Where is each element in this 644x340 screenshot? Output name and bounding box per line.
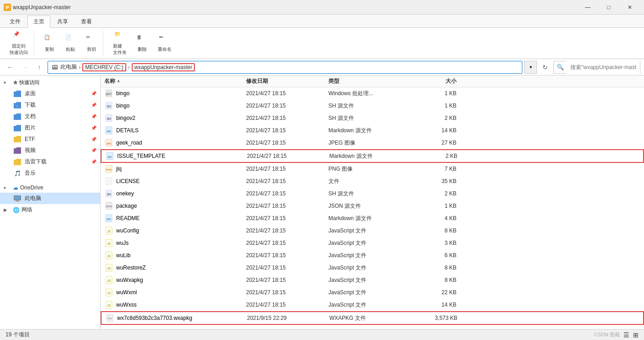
quick-access-header[interactable]: ▾ ★ 快速访问 — [0, 77, 100, 88]
file-type: SH 源文件 — [328, 102, 411, 110]
new-folder-button[interactable]: 📁 新建文件夹 — [109, 29, 131, 58]
column-date[interactable]: 修改日期 — [246, 77, 328, 85]
onedrive-header[interactable]: ▾ ☁ OneDrive — [0, 183, 100, 193]
view-grid-icon[interactable]: ⊞ — [633, 331, 639, 339]
table-row[interactable]: LICENSE2021/4/27 18:15文件35 KB — [101, 175, 644, 188]
table-row[interactable]: PKGwx7c8d593b2c3a7703.wxapkg2021/9/15 22… — [101, 311, 644, 325]
file-size: 2 KB — [411, 190, 456, 197]
thunder-folder-icon — [13, 158, 22, 166]
table-row[interactable]: MDDETAILS2021/4/27 18:15Markdown 源文件14 K… — [101, 124, 644, 137]
paste-button[interactable]: 📄 粘贴 — [61, 32, 80, 55]
file-size: 8 KB — [411, 227, 456, 234]
file-date: 2021/4/27 18:15 — [246, 227, 328, 234]
svg-rect-9 — [15, 196, 20, 200]
file-type: JavaScript 文件 — [328, 239, 411, 247]
pin-to-quick-access-button[interactable]: 📌 固定到快速访问 — [5, 29, 32, 58]
pin-icon: 📌 — [91, 114, 97, 119]
tab-file[interactable]: 文件 — [4, 16, 27, 27]
file-name: wuLib — [116, 252, 130, 259]
file-date: 2021/4/27 18:15 — [246, 103, 328, 109]
table-row[interactable]: MDREADME2021/4/27 18:15Markdown 源文件4 KB — [101, 212, 644, 225]
tab-view[interactable]: 查看 — [75, 16, 98, 27]
sidebar-item-documents[interactable]: 文档 📌 — [0, 111, 100, 122]
path-sep-2: › — [128, 64, 130, 70]
table-row[interactable]: SHonekey2021/4/27 18:15SH 源文件2 KB — [101, 188, 644, 200]
sidebar-item-etf[interactable]: ETF 📌 — [0, 134, 100, 145]
view-list-icon[interactable]: ☰ — [623, 331, 629, 339]
file-size: 14 KB — [411, 127, 456, 134]
table-row[interactable]: PNGjlq2021/4/27 18:15PNG 图像7 KB — [101, 163, 644, 175]
sidebar-item-music[interactable]: 🎵 音乐 — [0, 167, 100, 179]
videos-folder-icon — [13, 147, 22, 154]
table-row[interactable]: MDISSUE_TEMPLATE2021/4/27 18:15Markdown … — [101, 149, 644, 163]
table-row[interactable]: JPGgeek_road2021/4/27 18:15JPEG 图像27 KB — [101, 137, 644, 149]
table-row[interactable]: JSwuWxss2021/4/27 18:15JavaScript 文件14 K… — [101, 299, 644, 311]
file-name: bingo — [116, 90, 129, 97]
file-name-cell: JSwuRestoreZ — [104, 263, 246, 272]
table-row[interactable]: JSwuWxapkg2021/4/27 18:15JavaScript 文件8 … — [101, 274, 644, 286]
up-button[interactable]: ↑ — [33, 61, 46, 74]
sidebar-item-this-pc[interactable]: 此电脑 — [0, 193, 100, 204]
refresh-button[interactable]: ↻ — [539, 61, 552, 74]
file-size: 1 KB — [411, 103, 456, 109]
file-type: 文件 — [328, 178, 411, 185]
file-size: 1 KB — [411, 90, 456, 97]
search-input[interactable] — [567, 61, 640, 74]
sidebar-item-desktop[interactable]: 桌面 📌 — [0, 88, 100, 99]
file-icon: JS — [104, 238, 113, 248]
delete-button[interactable]: 🗑 删除 — [133, 32, 152, 55]
file-date: 2021/4/27 18:15 — [247, 153, 329, 159]
copy-button[interactable]: 📋 复制 — [40, 32, 59, 55]
copy-icon: 📋 — [44, 34, 55, 45]
forward-button[interactable]: → — [18, 61, 31, 74]
table-row[interactable]: SHbingo2021/4/27 18:15SH 源文件1 KB — [101, 100, 644, 112]
column-size[interactable]: 大小 — [411, 77, 456, 85]
file-name: wuRestoreZ — [116, 264, 146, 271]
table-row[interactable]: JSwuJs2021/4/27 18:15JavaScript 文件3 KB — [101, 237, 644, 249]
file-icon: JSON — [104, 201, 113, 210]
search-container: 🔍 — [553, 61, 640, 74]
table-row[interactable]: JSwuRestoreZ2021/4/27 18:15JavaScript 文件… — [101, 262, 644, 274]
close-button[interactable]: ✕ — [619, 0, 640, 15]
cut-button[interactable]: ✂ 剪切 — [82, 32, 101, 55]
pin-icon: 📌 — [91, 91, 97, 96]
tab-share[interactable]: 共享 — [51, 16, 74, 27]
maximize-button[interactable]: □ — [598, 0, 619, 15]
column-name[interactable]: 名称 ∧ — [104, 77, 246, 85]
svg-rect-5 — [53, 66, 54, 67]
file-icon: MD — [105, 151, 114, 161]
table-row[interactable]: JSwuConfig2021/4/27 18:15JavaScript 文件8 … — [101, 225, 644, 237]
file-icon: PNG — [104, 164, 113, 173]
file-icon: SH — [104, 101, 113, 110]
file-name-cell: JSwuLib — [104, 251, 246, 260]
pictures-folder-icon — [13, 124, 22, 132]
window-icon — [4, 4, 11, 11]
music-icon: 🎵 — [13, 170, 22, 177]
table-row[interactable]: JSwuLib2021/4/27 18:15JavaScript 文件6 KB — [101, 249, 644, 262]
address-bar[interactable]: 此电脑 › MECHREV (C:) › wxappUnpacker-maste… — [48, 61, 522, 74]
minimize-button[interactable]: — — [577, 0, 598, 15]
file-name-cell: SHbingo — [104, 101, 246, 110]
table-row[interactable]: JSONpackage2021/4/27 18:15JSON 源文件1 KB — [101, 200, 644, 212]
sidebar-item-downloads[interactable]: ↓ 下载 📌 — [0, 99, 100, 111]
tab-home[interactable]: 主页 — [27, 16, 50, 28]
file-name: onekey — [116, 190, 134, 197]
file-name-cell: PNGjlq — [104, 164, 246, 173]
rename-button[interactable]: ✏ 重命名 — [154, 32, 176, 55]
network-header[interactable]: ▶ 🌐 网络 — [0, 204, 100, 216]
back-button[interactable]: ← — [4, 61, 16, 74]
sidebar-item-thunder[interactable]: 迅雷下载 📌 — [0, 156, 100, 167]
file-size: 3 KB — [411, 240, 456, 246]
address-dropdown-button[interactable]: ▾ — [524, 61, 537, 74]
table-row[interactable]: JSwuWxml2021/4/27 18:15JavaScript 文件22 K… — [101, 286, 644, 299]
sidebar-item-pictures[interactable]: 图片 📌 — [0, 122, 100, 134]
column-type[interactable]: 类型 — [328, 77, 411, 85]
file-icon: MD — [104, 214, 113, 223]
file-date: 2021/4/27 18:15 — [246, 289, 328, 296]
svg-rect-26 — [106, 178, 112, 185]
window-controls: — □ ✕ — [577, 0, 640, 15]
sidebar-item-videos[interactable]: 视频 📌 — [0, 145, 100, 156]
file-size: 3,573 KB — [412, 315, 457, 321]
table-row[interactable]: SHbingov22021/4/27 18:15SH 源文件2 KB — [101, 112, 644, 124]
table-row[interactable]: BATbingo2021/4/27 18:15Windows 批处理...1 K… — [101, 87, 644, 100]
